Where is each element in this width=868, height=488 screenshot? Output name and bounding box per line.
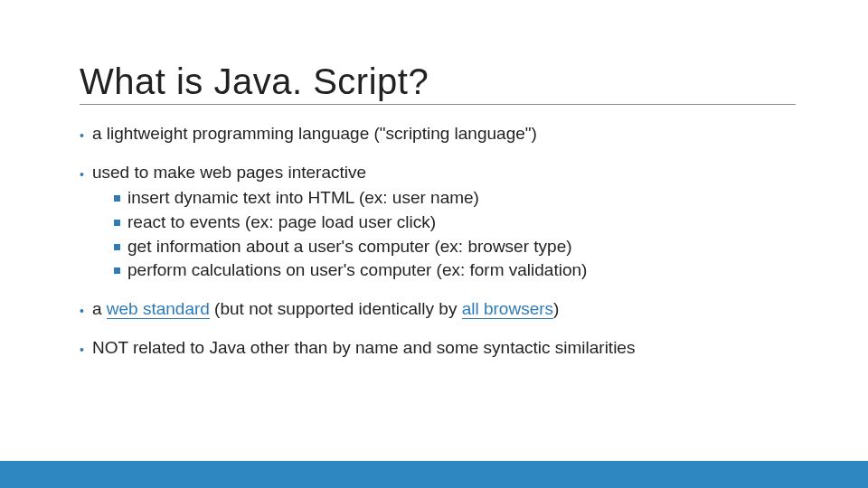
bullet-text: a lightweight programming language ("scr… xyxy=(92,123,537,145)
bullet-icon: • xyxy=(80,342,84,358)
sub-bullet-text: insert dynamic text into HTML (ex: user … xyxy=(127,187,479,210)
bullet-text: a web standard (but not supported identi… xyxy=(92,298,559,321)
bullet-icon: • xyxy=(80,166,84,183)
sub-bullet-item: react to events (ex: page load user clic… xyxy=(114,211,796,234)
bullet-icon: • xyxy=(80,303,84,319)
square-icon xyxy=(114,195,120,202)
bullet-icon: • xyxy=(80,127,84,144)
link-all-browsers[interactable]: all browsers xyxy=(462,299,553,319)
bullet-text: used to make web pages interactive xyxy=(92,162,366,184)
sub-bullet-item: get information about a user's computer … xyxy=(114,236,796,258)
square-icon xyxy=(114,244,120,250)
sub-bullet-item: perform calculations on user's computer … xyxy=(114,259,796,282)
bullet-item: • a lightweight programming language ("s… xyxy=(80,123,796,145)
link-web-standard[interactable]: web standard xyxy=(107,299,210,319)
bullet-list: • a lightweight programming language ("s… xyxy=(80,123,796,360)
footer-bar xyxy=(0,461,868,488)
slide-title: What is Java. Script? xyxy=(80,61,796,105)
sub-bullet-item: insert dynamic text into HTML (ex: user … xyxy=(114,187,796,210)
square-icon xyxy=(114,267,120,274)
sub-bullet-text: perform calculations on user's computer … xyxy=(127,259,587,282)
bullet-item: • NOT related to Java other than by name… xyxy=(80,337,796,360)
square-icon xyxy=(114,220,120,226)
sub-bullet-list: insert dynamic text into HTML (ex: user … xyxy=(114,187,796,282)
bullet-item: • used to make web pages interactive xyxy=(80,162,796,184)
sub-bullet-text: react to events (ex: page load user clic… xyxy=(127,211,436,234)
bullet-text: NOT related to Java other than by name a… xyxy=(92,337,636,360)
sub-bullet-text: get information about a user's computer … xyxy=(127,236,572,258)
bullet-item: • a web standard (but not supported iden… xyxy=(80,298,796,321)
